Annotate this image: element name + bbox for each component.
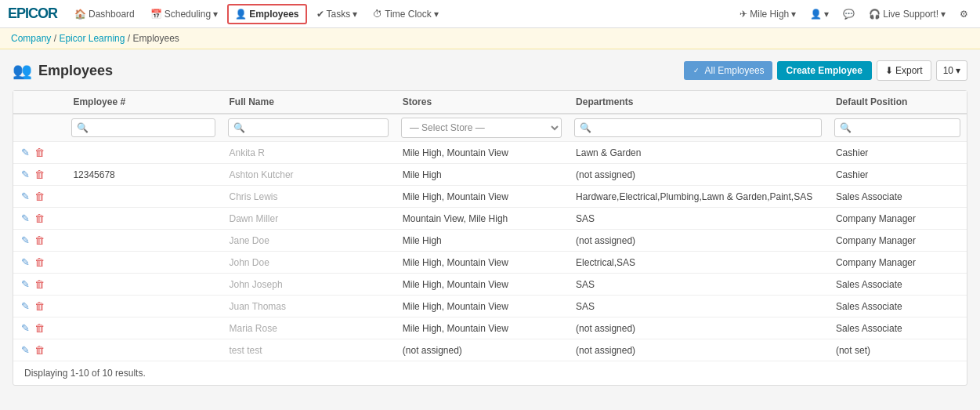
- delete-button[interactable]: 🗑: [34, 300, 45, 312]
- chevron-down-icon: ▾: [824, 9, 829, 20]
- table-body: ✎🗑Ankita RMile High, Mountain ViewLawn &…: [13, 142, 967, 361]
- stores-cell: Mile High, Mountain View: [395, 186, 568, 208]
- breadcrumb-epicor-learning[interactable]: Epicor Learning: [59, 33, 125, 44]
- delete-button[interactable]: 🗑: [34, 344, 45, 356]
- row-actions-cell: ✎🗑: [13, 296, 65, 317]
- nav-user[interactable]: 👤 ▾: [806, 7, 833, 21]
- position-cell: Company Manager: [828, 230, 967, 252]
- tasks-icon: ✔: [316, 9, 324, 20]
- nav-tasks[interactable]: ✔ Tasks ▾: [310, 5, 364, 23]
- th-actions: [13, 91, 65, 114]
- delete-button[interactable]: 🗑: [34, 190, 45, 202]
- nav-right-section: ✈ Mile High ▾ 👤 ▾ 💬 🎧 Live Support! ▾ ⚙: [736, 7, 972, 21]
- stores-cell: Mile High, Mountain View: [395, 274, 568, 296]
- employee-number-cell: [65, 339, 221, 361]
- stores-cell: Mile High, Mountain View: [395, 142, 568, 164]
- edit-button[interactable]: ✎: [21, 300, 30, 312]
- store-filter[interactable]: — Select Store —: [401, 118, 562, 138]
- th-default-position: Default Position: [828, 91, 967, 114]
- position-cell: Sales Associate: [828, 274, 967, 296]
- full-name-cell: John Joseph: [222, 274, 395, 296]
- chevron-down-icon: ▾: [791, 9, 796, 20]
- table-row: ✎🗑Maria RoseMile High, Mountain View(not…: [13, 317, 967, 339]
- full-name-filter[interactable]: [228, 118, 389, 137]
- nav-dashboard[interactable]: 🏠 Dashboard: [68, 5, 141, 23]
- th-departments: Departments: [568, 91, 828, 114]
- employee-number-cell: [65, 230, 221, 252]
- full-name-cell: Ashton Kutcher: [222, 164, 395, 186]
- stores-cell: (not assigned): [395, 339, 568, 361]
- full-name-cell: Ankita R: [222, 142, 395, 164]
- table-row: ✎🗑Dawn MillerMountain View, Mile HighSAS…: [13, 208, 967, 230]
- th-full-name: Full Name: [222, 91, 395, 114]
- row-actions-cell: ✎🗑: [13, 252, 65, 274]
- delete-button[interactable]: 🗑: [34, 278, 45, 290]
- position-cell: Sales Associate: [828, 186, 967, 208]
- employees-icon: 👤: [235, 9, 247, 20]
- stores-cell: Mountain View, Mile High: [395, 208, 568, 230]
- create-employee-button[interactable]: Create Employee: [777, 61, 872, 80]
- export-button[interactable]: ⬇ Export: [877, 60, 931, 81]
- delete-button[interactable]: 🗑: [34, 234, 45, 246]
- position-cell: Cashier: [828, 142, 967, 164]
- table-row: ✎🗑John JosephMile High, Mountain ViewSAS…: [13, 274, 967, 296]
- page-header: 👥 Employees ✓ All Employees Create Emplo…: [13, 60, 967, 81]
- edit-button[interactable]: ✎: [21, 169, 30, 180]
- row-actions-cell: ✎🗑: [13, 208, 65, 230]
- full-name-cell: Dawn Miller: [222, 208, 395, 230]
- employee-number-cell: [65, 296, 221, 317]
- nav-messages[interactable]: 💬: [839, 7, 859, 21]
- filter-employee-cell: [65, 114, 221, 142]
- all-employees-button[interactable]: ✓ All Employees: [684, 61, 772, 80]
- chevron-down-icon: ▾: [941, 9, 946, 20]
- edit-button[interactable]: ✎: [21, 322, 30, 334]
- employee-number-cell: [65, 317, 221, 339]
- delete-button[interactable]: 🗑: [34, 169, 45, 180]
- page-header-left: 👥 Employees: [13, 61, 684, 80]
- filter-position-cell: [828, 114, 967, 142]
- edit-button[interactable]: ✎: [21, 212, 30, 224]
- message-icon: 💬: [843, 9, 855, 20]
- row-actions-cell: ✎🗑: [13, 142, 65, 164]
- department-filter[interactable]: [574, 118, 822, 137]
- employee-number-filter[interactable]: [71, 118, 215, 137]
- edit-button[interactable]: ✎: [21, 256, 30, 268]
- edit-button[interactable]: ✎: [21, 278, 30, 290]
- row-actions-cell: ✎🗑: [13, 230, 65, 252]
- full-name-cell: Maria Rose: [222, 317, 395, 339]
- full-name-cell: Chris Lewis: [222, 186, 395, 208]
- table-row: ✎🗑12345678Ashton KutcherMile High(not as…: [13, 164, 967, 186]
- nav-employees[interactable]: 👤 Employees: [227, 4, 306, 24]
- delete-button[interactable]: 🗑: [34, 322, 45, 334]
- employee-number-cell: [65, 252, 221, 274]
- nav-live-support[interactable]: 🎧 Live Support! ▾: [865, 7, 949, 21]
- edit-button[interactable]: ✎: [21, 147, 30, 158]
- edit-button[interactable]: ✎: [21, 190, 30, 202]
- breadcrumb-company[interactable]: Company: [11, 33, 51, 44]
- check-icon: ✓: [692, 66, 702, 76]
- delete-button[interactable]: 🗑: [34, 256, 45, 268]
- nav-timeclock[interactable]: ⏱ Time Clock ▾: [367, 5, 445, 23]
- support-icon: 🎧: [869, 9, 881, 20]
- edit-button[interactable]: ✎: [21, 234, 30, 246]
- delete-button[interactable]: 🗑: [34, 147, 45, 158]
- nav-settings[interactable]: ⚙: [956, 7, 972, 21]
- chevron-down-icon: ▾: [434, 9, 439, 20]
- nav-mile-high[interactable]: ✈ Mile High ▾: [736, 7, 800, 21]
- employee-number-cell: [65, 274, 221, 296]
- employee-number-cell: [65, 208, 221, 230]
- edit-button[interactable]: ✎: [21, 344, 30, 356]
- table-row: ✎🗑Juan ThomasMile High, Mountain ViewSAS…: [13, 296, 967, 317]
- row-actions-cell: ✎🗑: [13, 186, 65, 208]
- table-row: ✎🗑test test(not assigned)(not assigned)(…: [13, 339, 967, 361]
- position-filter[interactable]: [834, 118, 960, 137]
- full-name-cell: John Doe: [222, 252, 395, 274]
- per-page-selector[interactable]: 10 ▾: [936, 60, 967, 81]
- scheduling-icon: 📅: [150, 9, 162, 20]
- row-actions-cell: ✎🗑: [13, 164, 65, 186]
- breadcrumb-employees: Employees: [132, 33, 179, 44]
- delete-button[interactable]: 🗑: [34, 212, 45, 224]
- table-row: ✎🗑Jane DoeMile High(not assigned)Company…: [13, 230, 967, 252]
- chevron-down-icon: ▾: [956, 65, 960, 76]
- nav-scheduling[interactable]: 📅 Scheduling ▾: [144, 5, 224, 23]
